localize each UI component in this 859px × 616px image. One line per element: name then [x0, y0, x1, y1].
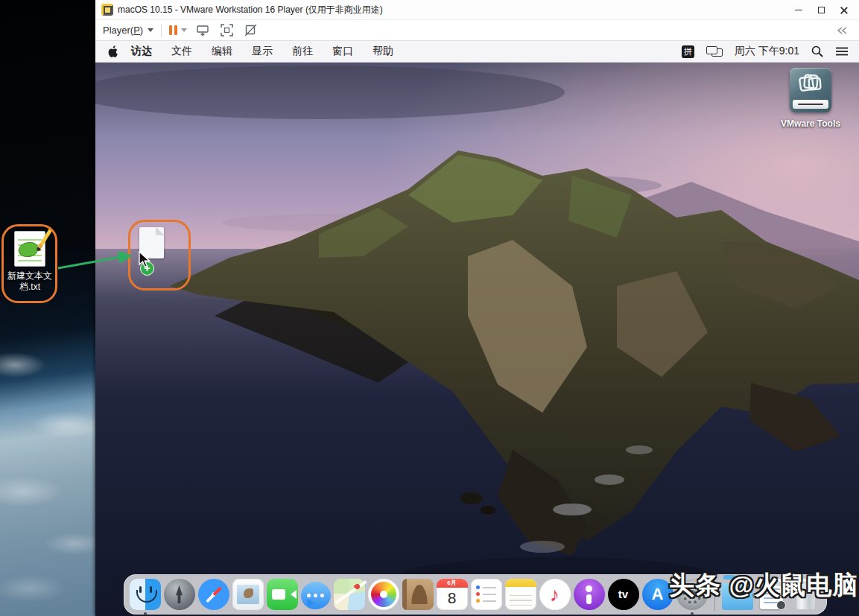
vmware-tools-desktop-icon[interactable]: VMware Tools	[767, 68, 854, 129]
minimize-button[interactable]	[787, 1, 810, 18]
dock-podcasts-icon[interactable]	[574, 579, 605, 610]
menu-bar-clock[interactable]: 周六 下午9:01	[735, 45, 799, 58]
menu-go[interactable]: 前往	[282, 45, 323, 58]
dock-mail-icon[interactable]	[232, 579, 264, 610]
macos-menu-bar: 访达 文件 编辑 显示 前往 窗口 帮助 拼 周六 下午9:01	[95, 41, 859, 63]
menu-edit[interactable]: 编辑	[202, 45, 242, 58]
stage: 新建文本文 档.txt macOS 10.15 - VMware Worksta…	[0, 0, 859, 616]
menu-finder[interactable]: 访达	[121, 45, 162, 58]
calendar-day: 8	[437, 588, 468, 609]
unity-mode-button[interactable]	[242, 23, 259, 38]
notification-center-icon[interactable]	[835, 46, 849, 57]
running-indicator	[691, 612, 694, 615]
dock-launchpad-icon[interactable]	[164, 579, 195, 610]
catalina-wallpaper	[95, 63, 859, 616]
dock-contacts-icon[interactable]	[402, 579, 434, 610]
disk-drive-icon	[790, 68, 831, 112]
annotation-circle-dragged-file	[128, 220, 191, 290]
annotation-circle-host-file	[1, 224, 57, 303]
chevron-down-icon	[148, 28, 153, 32]
dock-calendar-icon[interactable]: 6月 8	[437, 579, 468, 610]
collapse-toolbar-button[interactable]	[834, 23, 850, 38]
dock-notes-icon[interactable]	[505, 579, 536, 610]
input-method-icon[interactable]: 拼	[682, 45, 694, 58]
vm-screen: 访达 文件 编辑 显示 前往 窗口 帮助 拼 周六 下午9:01	[95, 41, 859, 616]
menu-file[interactable]: 文件	[162, 45, 202, 58]
dock-safari-icon[interactable]	[198, 579, 229, 610]
send-to-monitor-button[interactable]	[194, 23, 211, 38]
player-menu-button[interactable]: Player(P)	[103, 25, 153, 36]
close-button[interactable]	[832, 1, 855, 18]
earth-clouds	[0, 320, 97, 616]
vmware-player-window: macOS 10.15 - VMware Workstation 16 Play…	[95, 0, 859, 616]
vmware-toolbar: Player(P)	[95, 20, 859, 41]
vmware-tools-label: VMware Tools	[767, 118, 854, 129]
annotation-arrow	[55, 247, 136, 276]
running-indicator	[144, 612, 147, 615]
title-bar[interactable]: macOS 10.15 - VMware Workstation 16 Play…	[95, 0, 859, 20]
suspend-vm-button[interactable]	[169, 25, 177, 35]
watermark-text: 头条 @火鼠电脑	[669, 568, 859, 603]
spotlight-search-icon[interactable]	[811, 45, 823, 57]
screen-mirroring-icon[interactable]	[706, 46, 723, 57]
dock-facetime-icon[interactable]	[267, 579, 298, 610]
calendar-month: 6月	[437, 579, 468, 588]
apple-menu-icon[interactable]	[107, 45, 118, 58]
menu-help[interactable]: 帮助	[363, 45, 403, 58]
menu-window[interactable]: 窗口	[323, 45, 363, 58]
dock-tv-icon[interactable]: tv	[608, 579, 639, 610]
vmware-app-icon	[101, 4, 113, 16]
maximize-icon	[818, 7, 825, 13]
suspend-dropdown-icon[interactable]	[181, 28, 187, 32]
close-icon	[840, 6, 848, 14]
minimize-icon	[795, 10, 802, 10]
maximize-button[interactable]	[810, 1, 832, 18]
dock-photos-icon[interactable]	[368, 579, 399, 610]
fullscreen-button[interactable]	[218, 23, 235, 38]
dock-finder-icon[interactable]	[130, 579, 161, 610]
toolbar-divider	[161, 24, 162, 37]
window-title: macOS 10.15 - VMware Workstation 16 Play…	[118, 4, 383, 16]
dock-music-icon[interactable]: ♪	[539, 579, 571, 610]
dock-maps-icon[interactable]	[334, 579, 365, 610]
dock-reminders-icon[interactable]	[471, 579, 502, 610]
menu-view[interactable]: 显示	[242, 45, 282, 58]
dock-messages-icon[interactable]	[301, 582, 331, 609]
music-note-glyph: ♪	[550, 583, 560, 606]
